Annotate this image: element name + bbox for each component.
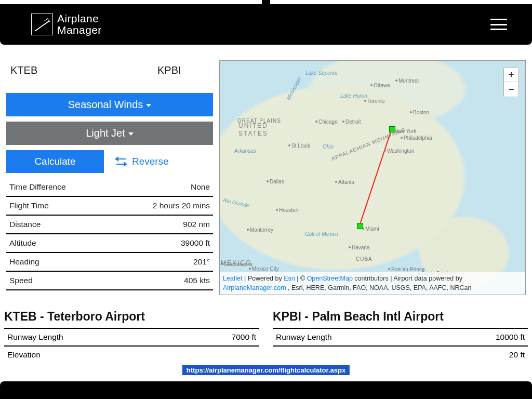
from-airport-input[interactable]	[7, 60, 145, 81]
leaflet-link[interactable]: Leaflet	[223, 275, 243, 282]
logo-text: Airplane Manager	[57, 13, 102, 36]
zoom-in-button[interactable]: +	[504, 68, 518, 82]
city-dot	[401, 137, 403, 139]
city-dot	[384, 150, 386, 152]
status-url: https://airplanemanager.com/flightcalcul…	[182, 365, 350, 375]
device-notch	[262, 0, 270, 4]
map-city-label: Havana	[352, 245, 369, 250]
stat-label: Distance	[6, 215, 109, 234]
origin-marker[interactable]	[389, 126, 395, 132]
map-region-label: CUBA	[356, 256, 373, 262]
airplanemanager-link[interactable]: AirplaneManager.com	[223, 284, 286, 291]
chevron-down-icon	[146, 104, 151, 107]
osm-link[interactable]: OpenStreetMap	[307, 275, 353, 282]
airport-stat-label: Runway Length	[273, 328, 435, 346]
map-city-label: Lake Superior	[305, 70, 338, 76]
airport-title: KPBI - Palm Beach Intl Airport	[273, 310, 528, 324]
aircraft-dropdown[interactable]: Light Jet	[6, 122, 213, 145]
stat-label: Time Difference	[6, 178, 109, 196]
stat-value: 201°	[109, 252, 213, 271]
map-city-label: Miami	[365, 226, 379, 232]
airport-stat-value: 20 ft	[435, 346, 528, 363]
map-city-label: Montreal	[398, 78, 419, 84]
esri-link[interactable]: Esri	[284, 275, 295, 282]
map-city-label: Houston	[279, 207, 298, 213]
city-dot	[249, 268, 251, 270]
map-city-label: Washington	[387, 148, 414, 154]
map-city-label: Ottawa	[374, 83, 390, 88]
airport-column: KTEB - Teterboro AirportRunway Length700…	[4, 310, 259, 363]
stat-label: Heading	[6, 252, 109, 271]
results-table: Time DifferenceNoneFlight Time2 hours 20…	[6, 178, 213, 289]
destination-marker[interactable]	[357, 223, 363, 229]
map-city-label: Port-au-Prince	[391, 267, 424, 272]
device-frame-bottom	[0, 381, 532, 399]
city-dot	[370, 84, 373, 86]
city-dot	[267, 180, 269, 182]
map-region-label: GREAT PLAINS	[237, 118, 281, 124]
zoom-control: + −	[503, 67, 519, 97]
city-dot	[395, 79, 397, 82]
logo[interactable]: Airplane Manager	[31, 13, 102, 36]
map-city-label: Ohio	[323, 144, 334, 150]
map-city-label: Toronto	[367, 98, 384, 104]
reverse-label: Reverse	[132, 156, 169, 167]
map-city-label: Detroit	[345, 119, 361, 125]
plane-icon	[31, 14, 53, 35]
map-city-label: Guadalajara	[224, 261, 252, 267]
reverse-button[interactable]: Reverse	[110, 152, 174, 171]
map-city-label: Monterrey	[250, 227, 273, 233]
map-city-label: Boston	[413, 110, 429, 115]
airport-title: KTEB - Teterboro Airport	[4, 310, 259, 324]
route-line	[220, 61, 525, 295]
airport-stat-label: Elevation	[4, 346, 175, 363]
map-city-label: Mexico City	[252, 266, 279, 272]
swap-icon	[115, 157, 127, 166]
airport-stat-label	[273, 346, 435, 363]
route-map[interactable]: UNITEDSTATESGREAT PLAINSAPPALACHIAN MOUN…	[219, 60, 526, 295]
city-dot	[221, 263, 223, 265]
map-city-label: Atlanta	[338, 179, 354, 185]
airport-column: KPBI - Palm Beach Intl AirportRunway Len…	[273, 310, 528, 363]
map-city-label: St Louis	[291, 143, 310, 149]
menu-icon[interactable]	[490, 19, 507, 30]
city-dot	[364, 100, 366, 102]
city-dot	[276, 209, 278, 211]
stat-label: Altitude	[6, 234, 109, 252]
stat-label: Flight Time	[6, 196, 109, 215]
map-city-label: Philadelphia	[404, 135, 432, 141]
city-dot	[388, 268, 390, 270]
map-city-label: New York	[394, 128, 416, 134]
city-dot	[315, 121, 317, 123]
airport-stat-label: Runway Length	[4, 328, 175, 346]
map-city-label: Arkansas	[234, 148, 256, 154]
city-dot	[410, 111, 412, 113]
zoom-out-button[interactable]: −	[504, 82, 518, 97]
map-city-label: Chicago	[318, 119, 338, 125]
stat-value: 2 hours 20 mins	[109, 196, 213, 215]
city-dot	[349, 246, 351, 248]
stat-value: None	[109, 178, 213, 196]
winds-label: Seasonal Winds	[68, 99, 143, 111]
airport-stat-value: 10000 ft	[435, 328, 528, 346]
map-city-label: Dallas	[270, 179, 284, 184]
stat-value: 902 nm	[109, 215, 213, 234]
map-city-label: Lake Huron	[340, 93, 367, 99]
aircraft-label: Light Jet	[86, 127, 125, 139]
chevron-down-icon	[128, 132, 134, 136]
airport-stat-value	[175, 346, 259, 363]
stat-label: Speed	[6, 271, 109, 289]
airport-stat-value: 7000 ft	[175, 328, 259, 346]
map-attribution: Leaflet | Powered by Esri | © OpenStreet…	[220, 272, 525, 295]
winds-dropdown[interactable]: Seasonal Winds	[6, 93, 213, 116]
top-bar: Airplane Manager	[0, 4, 532, 45]
city-dot	[247, 229, 249, 231]
stat-value: 405 kts	[109, 271, 213, 289]
calculate-button[interactable]: Calculate	[6, 150, 104, 173]
airport-inputs	[6, 60, 213, 81]
map-city-label: Gulf of Mexico	[305, 231, 338, 237]
city-dot	[342, 121, 344, 123]
map-region-label: STATES	[238, 130, 268, 137]
stat-value: 39000 ft	[109, 234, 213, 252]
city-dot	[335, 181, 337, 183]
